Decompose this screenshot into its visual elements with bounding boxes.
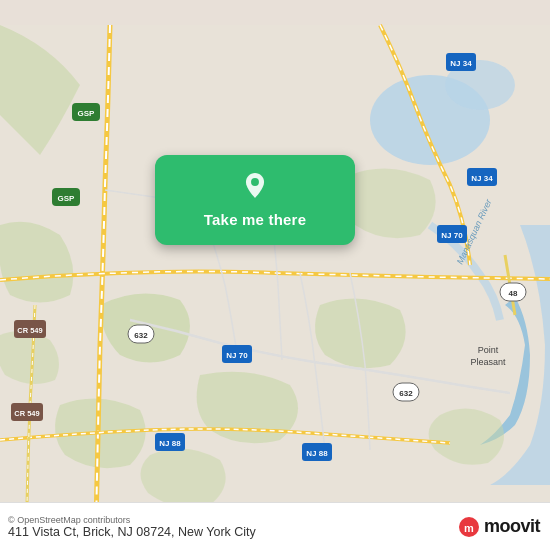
svg-text:m: m bbox=[464, 521, 474, 533]
svg-text:GSP: GSP bbox=[58, 194, 76, 203]
svg-text:NJ 34: NJ 34 bbox=[471, 174, 493, 183]
svg-text:Point: Point bbox=[478, 345, 499, 355]
svg-text:632: 632 bbox=[134, 331, 148, 340]
svg-text:NJ 34: NJ 34 bbox=[450, 59, 472, 68]
map-background: GSP GSP NJ 34 NJ 34 NJ 70 NJ 70 NJ 88 NJ… bbox=[0, 0, 550, 550]
take-me-there-label: Take me there bbox=[204, 211, 306, 228]
osm-credit: © OpenStreetMap contributors bbox=[8, 515, 256, 525]
svg-text:NJ 70: NJ 70 bbox=[226, 351, 248, 360]
svg-text:NJ 88: NJ 88 bbox=[306, 449, 328, 458]
svg-text:NJ 70: NJ 70 bbox=[441, 231, 463, 240]
svg-text:Pleasant: Pleasant bbox=[470, 357, 506, 367]
map-pin-icon bbox=[241, 173, 269, 207]
svg-point-32 bbox=[251, 178, 259, 186]
svg-text:CR 549: CR 549 bbox=[14, 409, 39, 418]
moovit-brand-text: moovit bbox=[484, 516, 540, 537]
svg-text:CR 549: CR 549 bbox=[17, 326, 42, 335]
bottom-bar: © OpenStreetMap contributors 411 Vista C… bbox=[0, 502, 550, 550]
address-text: 411 Vista Ct, Brick, NJ 08724, New York … bbox=[8, 525, 256, 539]
svg-text:632: 632 bbox=[399, 389, 413, 398]
svg-text:48: 48 bbox=[509, 289, 518, 298]
take-me-there-button[interactable]: Take me there bbox=[155, 155, 355, 245]
moovit-logo: m moovit bbox=[458, 516, 540, 538]
map-container: GSP GSP NJ 34 NJ 34 NJ 70 NJ 70 NJ 88 NJ… bbox=[0, 0, 550, 550]
moovit-icon: m bbox=[458, 516, 480, 538]
svg-text:NJ 88: NJ 88 bbox=[159, 439, 181, 448]
svg-text:GSP: GSP bbox=[78, 109, 96, 118]
